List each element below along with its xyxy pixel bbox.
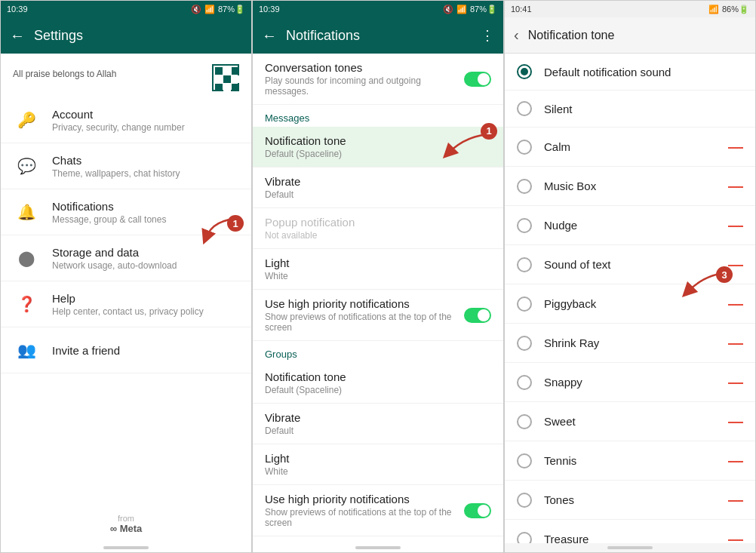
tone-name-default: Default notification sound [544, 66, 743, 78]
settings-qr-area: All praise belongs to Allah [1, 54, 251, 97]
light-label: Light [265, 257, 491, 269]
tone-item-sweet[interactable]: Sweet — [505, 402, 755, 441]
settings-item-chats[interactable]: 💬 Chats Theme, wallpapers, chat history [1, 143, 251, 189]
scrollbar-1[interactable] [103, 546, 149, 549]
settings-item-account[interactable]: 🔑 Account Privacy, security, change numb… [1, 97, 251, 143]
radio-tennis[interactable] [517, 453, 532, 469]
radio-piggyback[interactable] [517, 296, 532, 312]
notifications-panel: 10:39 🔇 📶 87%🔋 ← Notifications ⋮ Convers… [252, 0, 504, 553]
tone-minus-tones[interactable]: — [722, 491, 743, 508]
settings-item-notifications[interactable]: 🔔 Notifications Message, group & call to… [1, 189, 251, 235]
radio-silent[interactable] [517, 101, 532, 116]
notifications-top-bar: ← Notifications ⋮ [253, 17, 503, 54]
radio-default[interactable] [517, 64, 532, 79]
scrollbar-3[interactable] [607, 546, 653, 549]
radio-treasure[interactable] [517, 532, 532, 544]
group-high-priority-toggle[interactable] [464, 503, 491, 518]
radio-calm[interactable] [517, 140, 532, 155]
invite-icon: 👥 [13, 336, 40, 364]
radio-shrinkray[interactable] [517, 336, 532, 351]
back-arrow-2[interactable]: ← [262, 27, 277, 45]
tone-item-tones[interactable]: Tones — [505, 481, 755, 520]
chat-icon: 💬 [13, 152, 40, 180]
vibrate-value: Default [265, 189, 491, 200]
group-vibrate-item[interactable]: Vibrate Default [253, 404, 503, 444]
more-icon-2[interactable]: ⋮ [481, 27, 494, 44]
status-bar-2: 10:39 🔇 📶 87%🔋 [253, 1, 503, 17]
radio-soundoftext[interactable] [517, 257, 532, 272]
tone-minus-sweet[interactable]: — [722, 413, 743, 430]
vibrate-label: Vibrate [265, 175, 491, 188]
tone-minus-calm[interactable]: — [722, 138, 743, 155]
settings-title: Settings [34, 28, 242, 44]
tone-item-silent[interactable]: Silent [505, 91, 755, 127]
storage-subtitle: Network usage, auto-download [52, 260, 239, 271]
settings-item-invite[interactable]: 👥 Invite a friend [1, 327, 251, 373]
tone-name-treasure: Treasure [544, 533, 722, 543]
tone-name-sweet: Sweet [544, 415, 722, 428]
tone-name-tennis: Tennis [544, 454, 722, 467]
tone-minus-shrinkray[interactable]: — [722, 334, 743, 352]
tone-item-tennis[interactable]: Tennis — [505, 441, 755, 481]
radio-sweet[interactable] [517, 414, 532, 429]
conversation-tones-item[interactable]: Conversation tones Play sounds for incom… [253, 54, 503, 105]
tone-minus-treasure[interactable]: — [722, 530, 743, 543]
tone-item-treasure[interactable]: Treasure — [505, 520, 755, 543]
annotation-arrow-1: 1 [198, 215, 244, 248]
badge-3: 3 [716, 266, 733, 283]
status-time-3: 10:41 [511, 5, 532, 14]
settings-item-help[interactable]: ❓ Help Help center, contact us, privacy … [1, 281, 251, 327]
tone-item-shrinkray[interactable]: Shrink Ray — [505, 324, 755, 363]
qr-icon[interactable] [212, 64, 239, 91]
tone-name-shrinkray: Shrink Ray [544, 336, 722, 349]
tone-item-musicbox[interactable]: Music Box — [505, 167, 755, 206]
tone-minus-nudge[interactable]: — [722, 217, 743, 234]
conv-tones-toggle[interactable] [464, 72, 491, 87]
high-priority-sub: Show previews of notifications at the to… [265, 312, 464, 333]
radio-tones[interactable] [517, 493, 532, 508]
radio-nudge[interactable] [517, 218, 532, 233]
scrollbar-2[interactable] [355, 546, 401, 549]
tone-minus-snappy[interactable]: — [722, 373, 743, 391]
back-arrow-1[interactable]: ← [10, 27, 25, 45]
tone-name-calm: Calm [544, 140, 722, 153]
popup-value: Not available [265, 230, 491, 241]
group-notif-tone-item[interactable]: Notification tone Default (Spaceline) [253, 363, 503, 404]
status-icons-1: 🔇 📶 87%🔋 [191, 5, 245, 14]
annotation-area-2: 1 [437, 127, 497, 167]
high-priority-label: Use high priority notifications [265, 297, 464, 310]
tone-panel: 10:41 📶 86%🔋 ‹ Notification tone Default… [504, 0, 756, 553]
radio-musicbox[interactable] [517, 179, 532, 194]
notification-tone-item[interactable]: Notification tone Default (Spaceline) 1 [253, 127, 503, 167]
tone-item-soundoftext[interactable]: Sound of text — 3 [505, 245, 755, 284]
settings-top-bar: ← Settings [1, 17, 251, 54]
group-high-priority-label: Use high priority notifications [265, 493, 464, 505]
tone-list: Default notification sound Silent Calm —… [505, 54, 755, 543]
tone-minus-musicbox[interactable]: — [722, 177, 743, 195]
tone-item-default[interactable]: Default notification sound [505, 54, 755, 91]
tone-minus-tennis[interactable]: — [722, 452, 743, 469]
settings-footer: from ∞ Meta [1, 505, 251, 543]
light-value: White [265, 271, 491, 281]
group-vibrate-value: Default [265, 426, 491, 436]
chats-subtitle: Theme, wallpapers, chat history [52, 168, 239, 179]
vibrate-item[interactable]: Vibrate Default [253, 167, 503, 208]
tone-top-bar: ‹ Notification tone [505, 17, 755, 54]
tone-item-calm[interactable]: Calm — [505, 127, 755, 167]
popup-item: Popup notification Not available [253, 208, 503, 249]
group-light-item[interactable]: Light White [253, 444, 503, 485]
annotation-area-3: 3 [680, 269, 733, 303]
radio-snappy[interactable] [517, 375, 532, 390]
tone-name-nudge: Nudge [544, 219, 722, 232]
tone-item-nudge[interactable]: Nudge — [505, 206, 755, 245]
light-item[interactable]: Light White [253, 249, 503, 290]
badge-2: 1 [481, 123, 497, 140]
status-bar-1: 10:39 🔇 📶 87%🔋 [1, 1, 251, 17]
back-arrow-3[interactable]: ‹ [514, 26, 519, 44]
high-priority-item[interactable]: Use high priority notifications Show pre… [253, 290, 503, 341]
group-high-priority-item[interactable]: Use high priority notifications Show pre… [253, 485, 503, 536]
high-priority-toggle[interactable] [464, 308, 491, 323]
group-notif-tone-value: Default (Spaceline) [265, 385, 491, 395]
bell-icon: 🔔 [13, 198, 40, 226]
tone-item-snappy[interactable]: Snappy — [505, 363, 755, 402]
